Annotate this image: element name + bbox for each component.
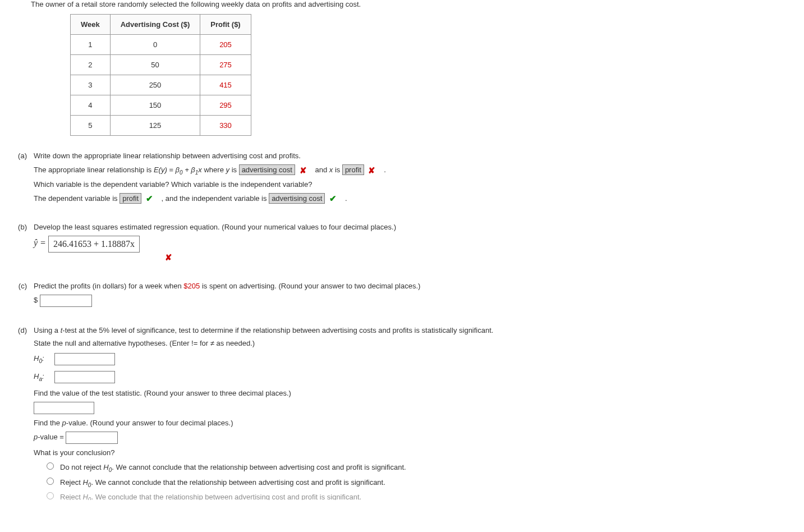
p-value-input[interactable]	[66, 432, 118, 444]
answer-y-var[interactable]: advertising cost	[239, 164, 295, 175]
cell-week: 3	[71, 75, 111, 95]
cell-profit: 275	[200, 55, 251, 75]
th-profit: Profit ($)	[200, 15, 251, 35]
th-week: Week	[71, 15, 111, 35]
part-a-label: (a)	[8, 152, 34, 160]
intro-text: The owner of a retail store randomly sel…	[31, 0, 796, 8]
table-row: 3 250 415	[71, 75, 251, 95]
cell-week: 1	[71, 35, 111, 55]
h0-label: H0:	[34, 354, 48, 364]
part-c-q: Predict the profits (in dollars) for a w…	[34, 282, 796, 290]
correct-mark-icon: ✔	[146, 194, 153, 204]
part-d-label: (d)	[8, 326, 34, 334]
answer-independent[interactable]: advertising cost	[269, 193, 325, 204]
cell-profit: 295	[200, 95, 251, 116]
conclusion-option-3-radio[interactable]	[47, 492, 54, 499]
cell-cost: 250	[110, 75, 200, 95]
ha-label: Ha:	[34, 372, 48, 382]
answer-x-var[interactable]: profit	[342, 164, 364, 175]
table-row: 5 125 330	[71, 116, 251, 136]
cell-cost: 125	[110, 116, 200, 136]
conclusion-option-1: Do not reject H0. We cannot conclude tha…	[60, 463, 406, 473]
table-row: 2 50 275	[71, 55, 251, 75]
part-b-label: (b)	[8, 223, 34, 231]
conclusion-option-2-radio[interactable]	[47, 478, 54, 485]
cell-profit: 415	[200, 75, 251, 95]
cell-profit: 330	[200, 116, 251, 136]
ha-input[interactable]	[54, 371, 115, 383]
cell-week: 2	[71, 55, 111, 75]
conclusion-option-3: Reject H0. We conclude that the relation…	[60, 493, 361, 500]
dollar-sign: $	[34, 296, 38, 305]
cell-cost: 150	[110, 95, 200, 116]
th-cost: Advertising Cost ($)	[110, 15, 200, 35]
find-test-stat: Find the value of the test statistic. (R…	[34, 389, 796, 397]
find-p-value: Find the p-value. (Round your answer to …	[34, 419, 796, 427]
test-statistic-input[interactable]	[34, 402, 94, 414]
answer-dependent[interactable]: profit	[120, 193, 141, 204]
correct-mark-icon: ✔	[329, 194, 337, 204]
data-table: Week Advertising Cost ($) Profit ($) 1 0…	[70, 14, 251, 136]
part-c-label: (c)	[8, 282, 34, 290]
cell-profit: 205	[200, 35, 251, 55]
wrong-mark-icon: ✘	[300, 166, 307, 176]
part-a-q1: Write down the appropriate linear relati…	[34, 152, 796, 160]
wrong-mark-icon: ✘	[165, 253, 172, 263]
cell-cost: 0	[110, 35, 200, 55]
wrong-mark-icon: ✘	[368, 166, 375, 176]
part-a-line1: The appropriate linear relationship is E…	[34, 164, 796, 176]
conclusion-q: What is your conclusion?	[34, 448, 796, 457]
cell-week: 5	[71, 116, 111, 136]
conclusion-option-2: Reject H0. We cannot conclude that the r…	[60, 478, 385, 488]
cell-week: 4	[71, 95, 111, 116]
part-a-q2: Which variable is the dependent variable…	[34, 180, 796, 189]
table-row: 1 0 205	[71, 35, 251, 55]
p-value-row: p-value =	[34, 432, 796, 444]
h0-input[interactable]	[54, 353, 115, 365]
part-b-q: Develop the least squares estimated regr…	[34, 223, 796, 231]
table-row: 4 150 295	[71, 95, 251, 116]
regression-equation-input[interactable]: 246.41653 + 1.18887x	[48, 236, 140, 253]
profit-prediction-input[interactable]	[40, 295, 92, 307]
conclusion-option-1-radio[interactable]	[47, 462, 54, 470]
cell-cost: 50	[110, 55, 200, 75]
part-d-q2: State the null and alternative hypothese…	[34, 339, 796, 347]
part-a-line2: The dependent variable is profit ✔ , and…	[34, 193, 796, 204]
part-d-q1: Using a t-test at the 5% level of signif…	[34, 326, 796, 334]
